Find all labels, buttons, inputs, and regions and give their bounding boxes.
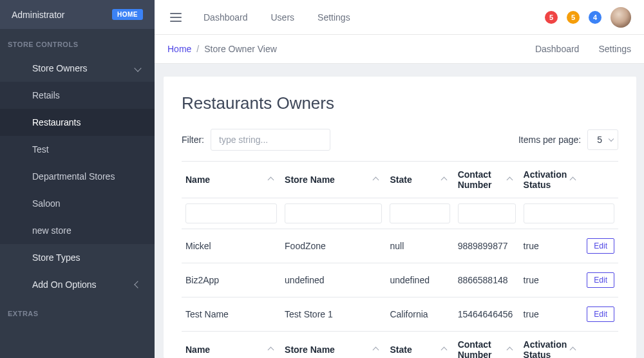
topnav-users[interactable]: Users (271, 12, 295, 23)
sort-arrow-icon (373, 346, 379, 353)
sidebar: Administrator HOME STORE CONTROLS Store … (0, 0, 155, 358)
column-filter-status[interactable] (524, 203, 614, 223)
cell-contact: 8866588148 (454, 263, 520, 297)
th-state[interactable]: State (386, 162, 453, 198)
tf-activation-status[interactable]: Activation Status (520, 332, 583, 359)
sidebar-item-label: Store Owners (32, 63, 88, 73)
cell-state: undefined (386, 263, 453, 297)
th-contact-number[interactable]: Contact Number (454, 162, 520, 198)
sidebar-item-label: Test (32, 144, 49, 155)
tf-contact-number[interactable]: Contact Number (454, 332, 520, 359)
sort-arrow-icon (268, 176, 274, 183)
edit-button[interactable]: Edit (587, 272, 614, 288)
cell-contact: 9889899877 (454, 229, 520, 263)
controls-row: Filter: Items per page: 5 (182, 129, 618, 151)
breadcrumb-right-settings[interactable]: Settings (598, 44, 631, 54)
column-filter-name[interactable] (185, 203, 277, 223)
sidebar-item-new-store[interactable]: new store (0, 217, 155, 244)
cell-store: Test Store 1 (281, 297, 386, 332)
th-action (583, 162, 618, 198)
topbar-right: 5 5 4 (545, 7, 631, 28)
sidebar-item-retails[interactable]: Retails (0, 82, 155, 109)
items-per-page-value: 5 (587, 129, 618, 150)
sidebar-item-label: Add On Options (32, 279, 97, 290)
column-filter-state[interactable] (390, 203, 450, 223)
cell-status: true (520, 263, 583, 297)
notification-badge-blue[interactable]: 4 (589, 11, 601, 24)
cell-state: null (386, 229, 453, 263)
topnav-settings[interactable]: Settings (317, 12, 350, 23)
cell-name: Test Name (182, 297, 281, 332)
sort-arrow-icon (570, 176, 576, 183)
th-activation-status[interactable]: Activation Status (520, 162, 583, 198)
chevron-left-icon (134, 281, 141, 288)
breadcrumb-separator: / (196, 44, 199, 54)
sort-arrow-icon (570, 346, 576, 353)
tf-action (583, 332, 618, 359)
column-filter-store[interactable] (285, 203, 382, 223)
sort-arrow-icon (373, 176, 379, 183)
sort-arrow-icon (440, 346, 447, 353)
sidebar-item-label: Retails (32, 90, 60, 100)
edit-button[interactable]: Edit (587, 238, 614, 254)
breadcrumb-right-dashboard[interactable]: Dashboard (535, 44, 580, 54)
cell-state: California (386, 297, 453, 332)
sidebar-item-test[interactable]: Test (0, 136, 155, 163)
th-store-name[interactable]: Store Name (281, 162, 386, 198)
breadcrumb: Home / Store Owner View Dashboard Settin… (155, 35, 644, 64)
page-title: Restaurants Owners (182, 93, 618, 113)
sidebar-item-store-types[interactable]: Store Types (0, 244, 155, 271)
sidebar-item-restaurants[interactable]: Restaurants (0, 109, 155, 136)
tf-name[interactable]: Name (182, 332, 281, 359)
topbar: Dashboard Users Settings 5 5 4 (155, 0, 644, 35)
sort-arrow-icon (506, 176, 513, 183)
th-name[interactable]: Name (182, 162, 281, 198)
owners-table: Name Store Name State Contact Number Act… (182, 161, 618, 358)
cell-status: true (520, 297, 583, 332)
breadcrumb-current: Store Owner View (204, 44, 277, 54)
sidebar-item-add-on-options[interactable]: Add On Options (0, 271, 155, 298)
app-layout: Administrator HOME STORE CONTROLS Store … (0, 0, 644, 358)
cell-contact: 15464646456 (454, 297, 520, 332)
notification-badge-red[interactable]: 5 (545, 11, 558, 24)
sidebar-section-store-controls: STORE CONTROLS (0, 29, 155, 55)
top-nav: Dashboard Users Settings (204, 12, 350, 23)
edit-button[interactable]: Edit (587, 306, 614, 322)
sort-arrow-icon (440, 176, 447, 183)
avatar[interactable] (611, 7, 631, 28)
notification-badge-yellow[interactable]: 5 (567, 11, 580, 24)
sidebar-submenu-store-owners: Retails Restaurants Test Departmental St… (0, 82, 155, 244)
table-header-row: Name Store Name State Contact Number Act… (182, 162, 618, 198)
filter-input[interactable] (211, 129, 330, 151)
column-filter-contact[interactable] (458, 203, 516, 223)
sort-arrow-icon (268, 346, 274, 353)
sidebar-item-saloon[interactable]: Saloon (0, 190, 155, 217)
card: Restaurants Owners Filter: Items per pag… (164, 77, 636, 358)
sidebar-item-departmental-stores[interactable]: Departmental Stores (0, 163, 155, 190)
sidebar-item-label: Store Types (32, 252, 80, 263)
tf-state[interactable]: State (386, 332, 453, 359)
cell-store: undefined (281, 263, 386, 297)
breadcrumb-right: Dashboard Settings (535, 44, 631, 54)
cell-name: Mickel (182, 229, 281, 263)
items-per-page-label: Items per page: (518, 135, 581, 145)
cell-name: Biz2App (182, 263, 281, 297)
hamburger-icon[interactable] (167, 10, 184, 24)
home-badge[interactable]: HOME (112, 9, 143, 20)
content: Restaurants Owners Filter: Items per pag… (155, 64, 644, 358)
current-user-label: Administrator (12, 10, 64, 20)
topnav-dashboard[interactable]: Dashboard (204, 12, 248, 23)
cell-store: FoodZone (281, 229, 386, 263)
sidebar-item-label: Departmental Stores (32, 171, 115, 182)
table-filter-row (182, 198, 618, 229)
sidebar-item-store-owners[interactable]: Store Owners (0, 55, 155, 82)
chevron-down-icon (134, 64, 141, 71)
sidebar-header: Administrator HOME (0, 0, 155, 29)
cell-status: true (520, 229, 583, 263)
breadcrumb-home[interactable]: Home (167, 44, 191, 54)
tf-store-name[interactable]: Store Name (281, 332, 386, 359)
table-row: Test Name Test Store 1 California 154646… (182, 297, 618, 332)
table-row: Mickel FoodZone null 9889899877 true Edi… (182, 229, 618, 263)
items-per-page-select[interactable]: 5 (587, 129, 618, 150)
table-footer-row: Name Store Name State Contact Number Act… (182, 332, 618, 359)
